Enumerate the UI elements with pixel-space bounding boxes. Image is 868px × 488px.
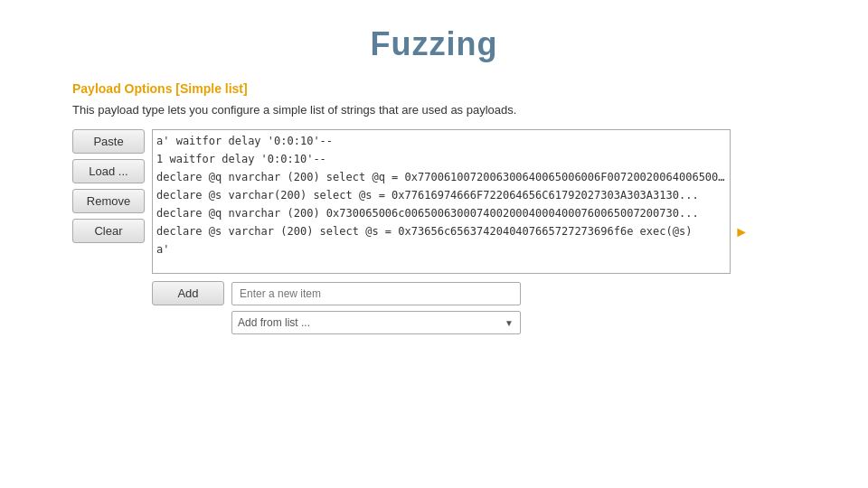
list-item: a' <box>156 240 726 258</box>
add-item-input[interactable] <box>231 282 521 305</box>
paste-button[interactable]: Paste <box>72 129 145 154</box>
list-item: declare @s varchar(200) select @s = 0x77… <box>156 186 726 204</box>
page-container: Fuzzing Payload Options [Simple list] Th… <box>0 0 868 334</box>
section-description: This payload type lets you configure a s… <box>72 103 796 117</box>
payload-list-box: a' waitfor delay '0:0:10'-- 1 waitfor de… <box>152 129 731 274</box>
payload-area: Paste Load ... Remove Clear a' waitfor d… <box>72 129 796 334</box>
action-buttons: Paste Load ... Remove Clear <box>72 129 145 243</box>
content-area: Payload Options [Simple list] This paylo… <box>0 81 868 334</box>
remove-button[interactable]: Remove <box>72 189 145 213</box>
add-row: Add <box>152 281 731 305</box>
payload-list[interactable]: a' waitfor delay '0:0:10'-- 1 waitfor de… <box>153 130 730 273</box>
add-from-list-select[interactable]: Add from list ... <box>231 311 521 334</box>
page-title: Fuzzing <box>0 0 868 81</box>
add-from-list-row: Add from list ... <box>231 311 731 334</box>
add-button[interactable]: Add <box>152 281 224 305</box>
list-item: a' waitfor delay '0:0:10'-- <box>156 132 726 150</box>
list-item: declare @q nvarchar (200) 0x730065006c00… <box>156 204 726 222</box>
section-title: Payload Options [Simple list] <box>72 81 796 96</box>
clear-button[interactable]: Clear <box>72 219 145 243</box>
load-button[interactable]: Load ... <box>72 159 145 183</box>
list-item: declare @s varchar (200) select @s = 0x7… <box>156 222 726 240</box>
list-item: 1 waitfor delay '0:0:10'-- <box>156 150 726 168</box>
arrow-right-icon[interactable]: ► <box>734 224 749 240</box>
list-container: a' waitfor delay '0:0:10'-- 1 waitfor de… <box>152 129 731 334</box>
list-item: declare @q nvarchar (200) select @q = 0x… <box>156 168 726 186</box>
add-from-list-wrapper: Add from list ... <box>231 311 521 334</box>
